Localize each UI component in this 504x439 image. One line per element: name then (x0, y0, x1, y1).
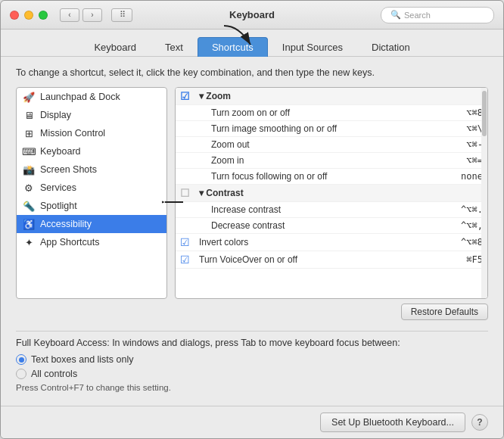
sidebar-item-screenshots[interactable]: 📸 Screen Shots (17, 160, 166, 179)
back-button[interactable]: ‹ (60, 8, 79, 22)
accessibility-icon: ♿ (23, 218, 35, 230)
shortcut-label: Decrease contrast (194, 218, 437, 234)
tab-shortcuts[interactable]: Shortcuts (198, 37, 268, 57)
nav-buttons: ‹ › (60, 8, 102, 22)
table-row[interactable]: Turn image smoothing on or off ⌥⌘\ (176, 121, 487, 137)
bottom-bar: Set Up Bluetooth Keyboard... ? (1, 406, 503, 438)
fka-title: Full Keyboard Access: In windows and dia… (16, 338, 488, 348)
search-icon: 🔍 (390, 10, 401, 20)
table-row[interactable]: Turn zoom on or off ⌥⌘8 (176, 105, 487, 121)
app-shortcuts-icon: ✦ (23, 236, 35, 248)
mission-control-icon: ⊞ (23, 127, 35, 139)
restore-defaults-button[interactable]: Restore Defaults (401, 304, 488, 320)
tab-keyboard[interactable]: Keyboard (79, 37, 151, 57)
shortcut-label: Invert colors (194, 234, 437, 251)
radio-text-boxes-circle[interactable] (16, 354, 26, 365)
spotlight-icon: 🔦 (23, 200, 35, 212)
scrollbar-thumb[interactable] (482, 91, 487, 136)
sidebar-item-label: Accessibility (40, 219, 92, 229)
shortcut-label: Zoom in (194, 153, 437, 169)
services-icon: ⚙ (23, 182, 35, 194)
radio-all-controls-circle[interactable] (16, 369, 26, 379)
group-label: ▾ Zoom (194, 88, 487, 105)
table-row[interactable]: Increase contrast ^⌥⌘. (176, 202, 487, 218)
sidebar-item-label: Screen Shots (40, 164, 97, 175)
radio-all-controls[interactable]: All controls (16, 369, 488, 379)
shortcut-label: Turn VoiceOver on or off (194, 251, 437, 269)
table-row[interactable]: ☑ Invert colors ^⌥⌘8 (176, 234, 487, 251)
shortcut-key: ⌥⌘8 (437, 105, 487, 121)
group-label: ▾ Contrast (194, 185, 487, 202)
checkbox-voiceover[interactable]: ☑ (176, 251, 194, 269)
table-row[interactable]: Zoom out ⌥⌘- (176, 137, 487, 153)
sidebar-item-label: Keyboard (40, 146, 81, 157)
sidebar-item-label: Launchpad & Dock (40, 92, 120, 102)
sidebar-item-label: Services (40, 182, 76, 193)
launchpad-icon: 🚀 (23, 91, 35, 103)
forward-button[interactable]: › (82, 8, 102, 22)
press-note: Press Control+F7 to change this setting. (16, 383, 488, 392)
sidebar-item-services[interactable]: ⚙ Services (17, 179, 166, 197)
shortcut-label: Turn zoom on or off (194, 105, 437, 121)
maximize-button[interactable] (39, 11, 48, 20)
sidebar-item-app-shortcuts[interactable]: ✦ App Shortcuts (17, 233, 166, 251)
shortcut-key: ⌥⌘= (437, 153, 487, 169)
sidebar-item-mission-control[interactable]: ⊞ Mission Control (17, 124, 166, 142)
close-button[interactable] (10, 11, 19, 20)
content-area: 🚀 Launchpad & Dock 🖥 Display ⊞ Mission C… (16, 87, 488, 299)
shortcut-key: none (437, 169, 487, 185)
radio-text-boxes[interactable]: Text boxes and lists only (16, 354, 488, 365)
sidebar-item-spotlight[interactable]: 🔦 Spotlight (17, 197, 166, 215)
screenshots-icon: 📸 (23, 163, 35, 176)
shortcut-key: ⌘F5 (437, 251, 487, 269)
setup-bluetooth-button[interactable]: Set Up Bluetooth Keyboard... (320, 413, 465, 432)
tab-dictation[interactable]: Dictation (357, 37, 425, 57)
shortcut-label: Turn image smoothing on or off (194, 121, 437, 137)
search-placeholder: Search (404, 11, 431, 20)
checkbox-zoom[interactable]: ☑ (176, 88, 194, 105)
shortcut-key: ^⌥⌘, (437, 218, 487, 234)
instruction-text: To change a shortcut, select it, click t… (16, 67, 488, 78)
grid-icon[interactable]: ⠿ (111, 8, 132, 22)
sidebar-item-label: Mission Control (40, 128, 105, 139)
minimize-button[interactable] (24, 11, 33, 20)
traffic-lights (10, 11, 48, 20)
radio-all-controls-label: All controls (31, 369, 77, 379)
table-row[interactable]: Turn focus following on or off none (176, 169, 487, 185)
display-icon: 🖥 (23, 109, 35, 121)
table-row[interactable]: Zoom in ⌥⌘= (176, 153, 487, 169)
sidebar-item-display[interactable]: 🖥 Display (17, 106, 166, 124)
sidebar-item-label: App Shortcuts (40, 237, 100, 248)
table-row[interactable]: Decrease contrast ^⌥⌘, (176, 218, 487, 234)
checkbox-contrast[interactable]: ☐ (176, 185, 194, 202)
title-bar: ‹ › ⠿ Keyboard 🔍 Search (1, 1, 503, 30)
sidebar-item-launchpad[interactable]: 🚀 Launchpad & Dock (17, 88, 166, 106)
keyboard-preferences-window: ‹ › ⠿ Keyboard 🔍 Search Keyboard Text Sh… (0, 0, 504, 439)
shortcut-key: ⌥⌘\ (437, 121, 487, 137)
shortcut-key: ⌥⌘- (437, 137, 487, 153)
table-row[interactable]: ☐ ▾ Contrast (176, 185, 487, 202)
help-button[interactable]: ? (471, 414, 488, 431)
table-row[interactable]: ☑ Turn VoiceOver on or off ⌘F5 (176, 251, 487, 269)
shortcuts-table: ☑ ▾ Zoom Turn zoom on or off ⌥⌘8 Turn im… (176, 88, 487, 269)
shortcut-label: Turn focus following on or off (194, 169, 437, 185)
sidebar-item-accessibility[interactable]: ♿ Accessibility (17, 215, 166, 233)
shortcuts-panel: ☑ ▾ Zoom Turn zoom on or off ⌥⌘8 Turn im… (175, 87, 488, 299)
keyboard-icon: ⌨ (23, 145, 35, 157)
shortcut-key: ^⌥⌘8 (437, 234, 487, 251)
sidebar: 🚀 Launchpad & Dock 🖥 Display ⊞ Mission C… (16, 87, 167, 299)
sidebar-item-label: Display (40, 110, 71, 120)
main-content: To change a shortcut, select it, click t… (1, 57, 503, 401)
checkbox-invert[interactable]: ☑ (176, 234, 194, 251)
shortcut-label: Zoom out (194, 137, 437, 153)
restore-defaults-row: Restore Defaults (16, 304, 488, 320)
tab-input-sources[interactable]: Input Sources (268, 37, 357, 57)
radio-text-boxes-label: Text boxes and lists only (31, 354, 134, 365)
table-row[interactable]: ☑ ▾ Zoom (176, 88, 487, 105)
tab-text[interactable]: Text (151, 37, 198, 57)
shortcut-key: ^⌥⌘. (437, 202, 487, 218)
search-box[interactable]: 🔍 Search (381, 7, 494, 23)
window-title: Keyboard (229, 9, 275, 20)
sidebar-item-keyboard[interactable]: ⌨ Keyboard (17, 142, 166, 160)
scrollbar-track[interactable] (481, 88, 487, 298)
